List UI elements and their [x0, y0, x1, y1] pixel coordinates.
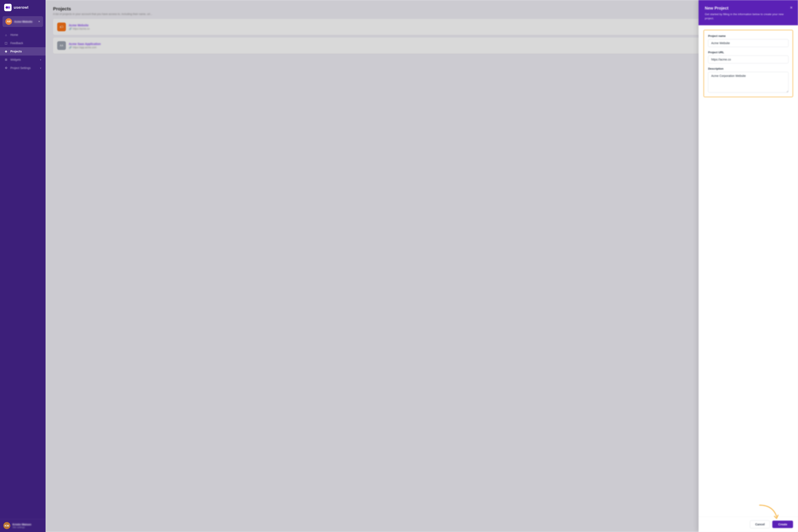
chevron-down-icon: ∨ [40, 58, 41, 61]
footer-info: Kristin Watson Site settings [13, 523, 42, 529]
project-name-group: Project name [708, 34, 788, 47]
sidebar: userowl AW Acme Website ✕ ⌂ Home ◫ Feedb… [0, 0, 45, 532]
main-content: Projects A list of projects in your acco… [45, 0, 798, 532]
sidebar-item-widgets[interactable]: ⊞ Widgets ∨ [0, 56, 45, 64]
account-name: Acme Website [14, 20, 36, 23]
project-url-group: Project URL [708, 51, 788, 63]
feedback-icon: ◫ [4, 41, 8, 45]
chevron-down-icon-2: ∨ [40, 67, 41, 70]
modal-panel: New Project Get started by filling in th… [699, 0, 798, 532]
project-url-input[interactable] [708, 56, 788, 63]
create-button[interactable]: Create [772, 520, 793, 528]
description-textarea[interactable]: Acme Corporation Website [708, 72, 788, 93]
project-name-label: Project name [708, 34, 788, 38]
project-name-input[interactable] [708, 39, 788, 47]
form-highlight-box: Project name Project URL Description Acm… [704, 30, 793, 97]
modal-close-button[interactable]: × [789, 4, 794, 11]
sidebar-item-projects-label: Projects [11, 50, 22, 53]
chevron-icon: ✕ [38, 20, 40, 23]
project-url-label: Project URL [708, 51, 788, 54]
sidebar-account[interactable]: AW Acme Website ✕ [2, 16, 43, 27]
modal-title: New Project [705, 6, 792, 11]
modal-header: New Project Get started by filling in th… [699, 0, 798, 25]
sidebar-item-feedback[interactable]: ◫ Feedback [0, 39, 45, 47]
sidebar-footer: KW Kristin Watson Site settings [0, 519, 45, 532]
description-label: Description [708, 67, 788, 70]
sidebar-item-projects[interactable]: ◈ Projects [0, 47, 45, 56]
sidebar-item-project-settings[interactable]: ⚙ Project Settings ∨ [0, 64, 45, 72]
projects-icon: ◈ [4, 50, 8, 53]
cancel-button[interactable]: Cancel [750, 520, 770, 528]
logo-icon [4, 4, 12, 11]
footer-role: Site settings [13, 526, 42, 529]
account-avatar: AW [5, 18, 12, 25]
svg-point-1 [8, 6, 10, 9]
footer-user[interactable]: KW Kristin Watson Site settings [3, 522, 42, 529]
sidebar-item-settings-label: Project Settings [11, 66, 31, 70]
footer-name: Kristin Watson [13, 523, 42, 526]
description-group: Description Acme Corporation Website [708, 67, 788, 93]
modal-footer: Cancel Create [699, 516, 798, 532]
settings-icon: ⚙ [4, 66, 8, 70]
widgets-icon: ⊞ [4, 58, 8, 61]
logo-text: userowl [14, 5, 28, 10]
sidebar-nav: ⌂ Home ◫ Feedback ◈ Projects ⊞ Widgets ∨… [0, 28, 45, 519]
modal-subtitle: Get started by filling in the informatio… [705, 12, 792, 21]
home-icon: ⌂ [4, 33, 8, 37]
sidebar-item-feedback-label: Feedback [11, 41, 23, 45]
sidebar-item-home-label: Home [11, 33, 18, 36]
sidebar-logo: userowl [0, 0, 45, 15]
modal-overlay: New Project Get started by filling in th… [45, 0, 798, 532]
footer-avatar: KW [3, 522, 11, 529]
sidebar-item-widgets-label: Widgets [11, 58, 21, 61]
sidebar-item-home[interactable]: ⌂ Home [0, 31, 45, 39]
